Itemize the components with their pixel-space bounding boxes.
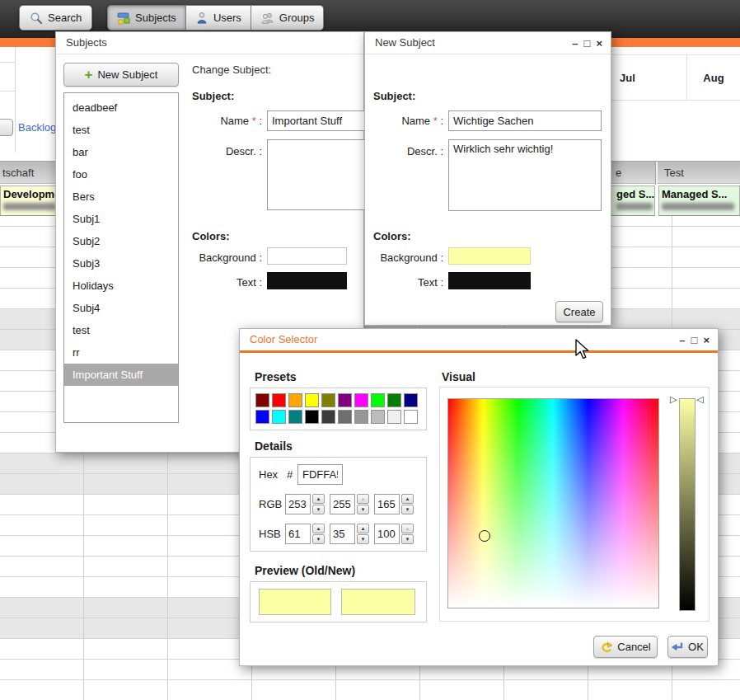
preview-old-swatch bbox=[259, 589, 331, 615]
text-color-swatch[interactable] bbox=[267, 272, 347, 289]
subject-list-item[interactable]: Important Stuff bbox=[64, 364, 178, 386]
subject-list-item[interactable]: test bbox=[64, 319, 178, 341]
create-button-label: Create bbox=[563, 306, 595, 318]
event-cell-managed-2[interactable]: Managed S... bbox=[658, 186, 740, 216]
preset-color-swatch[interactable] bbox=[404, 393, 418, 407]
subject-list-item[interactable]: Subj3 bbox=[64, 252, 178, 275]
backlog-link[interactable]: Backlog bbox=[18, 121, 56, 134]
preset-color-swatch[interactable] bbox=[255, 410, 269, 424]
subject-list-item[interactable]: bar bbox=[64, 141, 178, 163]
cancel-button[interactable]: Cancel bbox=[593, 636, 658, 658]
new-subject-descr-textarea[interactable]: Wirklich sehr wichtig! bbox=[448, 139, 602, 211]
subjects-dialog-titlebar[interactable]: Subjects bbox=[56, 32, 363, 54]
descr-label: Descr. : bbox=[192, 145, 262, 157]
hex-input[interactable] bbox=[297, 464, 343, 485]
background-label: Background : bbox=[184, 251, 262, 264]
spin-down-icon[interactable]: ▼ bbox=[401, 505, 414, 514]
groups-button[interactable]: Groups bbox=[251, 5, 325, 31]
preset-color-swatch[interactable] bbox=[305, 393, 319, 407]
subject-list-item[interactable]: rr bbox=[64, 341, 178, 364]
preset-color-swatch[interactable] bbox=[288, 410, 302, 424]
new-subject-dialog-titlebar[interactable]: New Subject – □ × bbox=[365, 32, 611, 54]
subjects-button[interactable]: Subjects bbox=[107, 5, 186, 31]
preset-color-swatch[interactable] bbox=[387, 393, 401, 407]
rgb-b-input[interactable] bbox=[374, 494, 400, 514]
preset-color-swatch[interactable] bbox=[305, 410, 319, 424]
subject-list-item[interactable]: test bbox=[64, 119, 178, 141]
backlog-toggle-button[interactable] bbox=[0, 119, 13, 136]
preview-new-swatch bbox=[341, 589, 415, 615]
preset-color-swatch[interactable] bbox=[321, 393, 335, 407]
ok-button[interactable]: OK bbox=[667, 636, 708, 658]
close-icon[interactable]: × bbox=[703, 335, 710, 345]
preset-color-swatch[interactable] bbox=[338, 393, 352, 407]
preset-color-swatch[interactable] bbox=[371, 410, 385, 424]
spin-up-icon[interactable]: ▲ bbox=[312, 494, 325, 504]
preset-color-swatch[interactable] bbox=[354, 410, 368, 424]
brightness-slider[interactable] bbox=[679, 398, 696, 611]
brightness-marker-left-icon[interactable]: ▷ bbox=[670, 395, 677, 404]
preset-color-swatch[interactable] bbox=[272, 410, 286, 424]
subject-list-item[interactable]: Holidays bbox=[64, 275, 178, 297]
color-selector-title: Color Selector bbox=[250, 333, 317, 345]
subject-list-item[interactable]: Subj1 bbox=[64, 208, 178, 230]
spin-down-icon[interactable]: ▼ bbox=[312, 534, 325, 544]
spin-down-icon[interactable]: ▼ bbox=[401, 534, 414, 544]
hsb-h-input[interactable] bbox=[285, 524, 311, 544]
month-cell-aug[interactable]: Aug bbox=[686, 55, 740, 100]
preset-color-swatch[interactable] bbox=[354, 393, 368, 407]
users-button[interactable]: Users bbox=[186, 5, 251, 31]
hsb-b-input[interactable] bbox=[374, 524, 400, 544]
spin-down-icon[interactable]: ▼ bbox=[357, 505, 369, 514]
rgb-r-input[interactable] bbox=[285, 494, 311, 514]
hsb-s-spinner: ▲▼ bbox=[330, 524, 369, 544]
column-header-cell: Test bbox=[664, 167, 684, 179]
preset-color-swatch[interactable] bbox=[272, 393, 286, 407]
subject-list-item[interactable]: Subj4 bbox=[64, 297, 178, 319]
hsb-s-input[interactable] bbox=[330, 524, 355, 544]
preset-color-swatch[interactable] bbox=[371, 393, 385, 407]
subject-list-item[interactable]: Subj2 bbox=[64, 230, 178, 252]
maximize-icon[interactable]: □ bbox=[584, 38, 591, 49]
preset-color-swatch[interactable] bbox=[404, 410, 418, 424]
color-picker-marker[interactable] bbox=[479, 530, 490, 542]
color-selector-dialog: Color Selector – □ × Presets Details Hex… bbox=[239, 328, 719, 666]
spin-up-icon[interactable]: ▲ bbox=[312, 524, 325, 533]
create-button[interactable]: Create bbox=[555, 301, 603, 322]
spin-up-icon[interactable]: ▲ bbox=[357, 524, 369, 533]
minimize-icon[interactable]: – bbox=[679, 335, 685, 345]
preset-color-swatch[interactable] bbox=[387, 410, 401, 424]
background-color-swatch[interactable] bbox=[267, 247, 347, 265]
rgb-g-input[interactable] bbox=[330, 494, 355, 514]
preset-color-swatch[interactable] bbox=[255, 393, 269, 407]
minimize-icon[interactable]: – bbox=[572, 38, 578, 49]
spin-up-icon[interactable]: ▲ bbox=[357, 494, 369, 504]
spin-down-icon[interactable]: ▼ bbox=[357, 534, 369, 544]
close-icon[interactable]: × bbox=[596, 38, 602, 49]
subject-list-item[interactable]: deadbeef bbox=[64, 96, 178, 119]
preset-color-swatch[interactable] bbox=[338, 410, 352, 424]
maximize-icon[interactable]: □ bbox=[691, 335, 698, 345]
subjects-list[interactable]: deadbeeftestbarfooBersSubj1Subj2Subj3Hol… bbox=[63, 92, 179, 423]
text-color-swatch[interactable] bbox=[448, 272, 531, 289]
subject-list-item[interactable]: Bers bbox=[64, 186, 178, 208]
color-selector-titlebar[interactable]: Color Selector – □ × bbox=[240, 329, 718, 353]
groups-icon bbox=[260, 12, 274, 25]
new-subject-button[interactable]: + New Subject bbox=[63, 63, 179, 87]
name-label: Name * : bbox=[373, 115, 443, 127]
spin-up-icon[interactable]: ▲ bbox=[401, 494, 414, 504]
search-button[interactable]: Search bbox=[19, 5, 92, 31]
new-subject-name-input[interactable] bbox=[448, 110, 602, 131]
hue-saturation-picker[interactable] bbox=[447, 398, 659, 608]
spin-up-icon[interactable]: ▲ bbox=[401, 524, 414, 533]
subject-list-item[interactable]: foo bbox=[64, 163, 178, 186]
brightness-marker-right-icon[interactable]: ◁ bbox=[696, 395, 703, 404]
spin-down-icon[interactable]: ▼ bbox=[312, 505, 325, 514]
preset-color-swatch[interactable] bbox=[288, 393, 302, 407]
toolbar-button-group: Subjects Users Groups bbox=[107, 5, 324, 31]
preset-color-swatch[interactable] bbox=[321, 410, 335, 424]
rgb-g-spinner: ▲▼ bbox=[330, 494, 369, 514]
subjects-icon bbox=[117, 12, 130, 25]
visual-heading: Visual bbox=[442, 370, 475, 383]
background-color-swatch[interactable] bbox=[448, 247, 531, 265]
